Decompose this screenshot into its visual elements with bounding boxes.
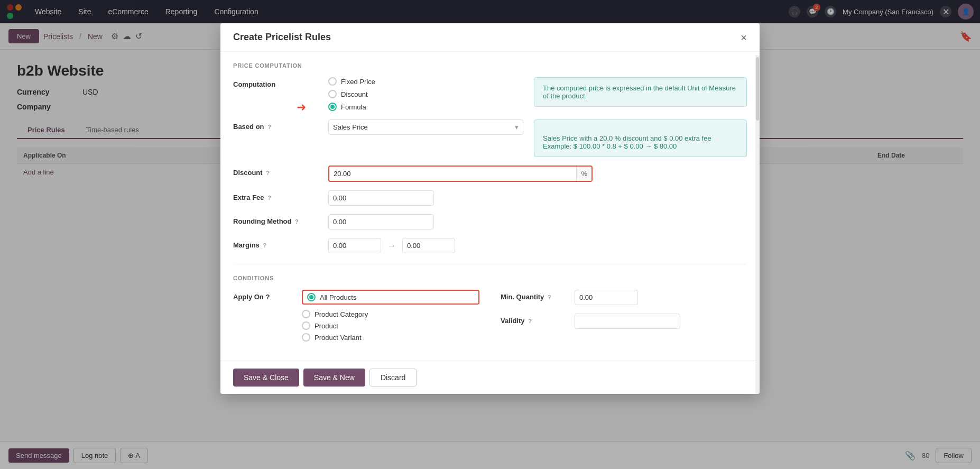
computation-radio-group: Fixed Price Discount ➜ Formula — [328, 77, 523, 111]
discard-button[interactable]: Discard — [369, 369, 417, 387]
discount-suffix: % — [576, 167, 591, 181]
computation-label: Computation — [233, 77, 328, 88]
radio-product-variant-btn[interactable] — [302, 333, 310, 342]
margins-inputs: → — [328, 238, 593, 253]
scroll-track[interactable] — [755, 55, 760, 394]
radio-formula[interactable]: ➜ Formula — [328, 103, 523, 111]
radio-fixed-price-label: Fixed Price — [341, 78, 375, 86]
apply-on-row: Apply On ? All Products — [233, 290, 479, 342]
rounding-input[interactable] — [328, 214, 434, 229]
radio-fixed-price[interactable]: Fixed Price — [328, 77, 523, 86]
modal-footer: Save & Close Save & New Discard — [220, 361, 760, 394]
modal-header: Create Pricelist Rules × — [220, 23, 760, 52]
section-divider — [233, 264, 747, 264]
margins-fields: → — [328, 238, 593, 253]
based-on-label: Based on ? — [233, 119, 328, 131]
rounding-help[interactable]: ? — [295, 218, 299, 225]
validity-label: Validity ? — [501, 314, 575, 325]
margins-label: Margins ? — [233, 238, 328, 249]
margins-row: Margins ? → — [233, 238, 747, 253]
based-on-value: Sales Price — [333, 123, 368, 131]
discount-label: Discount ? — [233, 165, 328, 177]
based-on-row: Based on ? Sales Price ▾ Sales Price wit… — [233, 119, 747, 157]
discount-field-wrapper: % — [328, 165, 593, 182]
extra-fee-input[interactable] — [328, 190, 434, 206]
radio-product-btn[interactable] — [302, 321, 310, 330]
radio-product-label: Product — [315, 322, 338, 330]
min-quantity-input[interactable] — [575, 290, 638, 305]
scroll-thumb[interactable] — [756, 57, 759, 121]
radio-discount-label: Discount — [341, 90, 368, 98]
validity-help[interactable]: ? — [528, 318, 532, 324]
extra-fee-help[interactable]: ? — [267, 195, 271, 201]
radio-discount[interactable]: Discount — [328, 90, 523, 98]
modal-title: Create Pricelist Rules — [233, 32, 331, 43]
rounding-label: Rounding Method ? — [233, 214, 328, 225]
radio-discount-btn[interactable] — [328, 90, 337, 98]
computation-info-box: The computed price is expressed in the d… — [534, 77, 747, 107]
computation-row: Computation Fixed Price Discount — [233, 77, 747, 111]
computation-options: Fixed Price Discount ➜ Formula — [328, 77, 523, 111]
discount-row: Discount ? % — [233, 165, 747, 182]
apply-on-highlighted-box: All Products — [302, 290, 479, 305]
computation-info-text: The computed price is expressed in the d… — [543, 84, 736, 100]
discount-help[interactable]: ? — [266, 170, 270, 176]
margins-help[interactable]: ? — [263, 242, 266, 249]
validity-input[interactable] — [575, 314, 680, 329]
conditions-left: Apply On ? All Products — [233, 290, 479, 350]
apply-on-help[interactable]: ? — [265, 293, 270, 301]
rounding-field — [328, 214, 593, 229]
radio-formula-label: Formula — [341, 103, 366, 111]
margins-min-input[interactable] — [328, 238, 381, 253]
extra-fee-label: Extra Fee ? — [233, 190, 328, 201]
based-on-info-box: Sales Price with a 20.0 % discount and $… — [534, 119, 747, 157]
radio-all-products-btn[interactable] — [307, 293, 316, 301]
conditions-columns: Apply On ? All Products — [233, 290, 747, 350]
save-new-button[interactable]: Save & New — [303, 369, 365, 387]
min-quantity-field — [575, 290, 747, 305]
arrow-separator: → — [387, 241, 396, 251]
min-quantity-label: Min. Quantity ? — [501, 290, 575, 301]
radio-product-variant-label: Product Variant — [315, 334, 362, 342]
based-on-select-wrapper: Sales Price ▾ — [328, 119, 523, 135]
radio-product-category[interactable]: Product Category — [302, 307, 479, 318]
radio-product-category-label: Product Category — [315, 310, 368, 318]
based-on-help[interactable]: ? — [267, 124, 271, 130]
rounding-row: Rounding Method ? — [233, 214, 747, 229]
based-on-select[interactable]: Sales Price ▾ — [328, 119, 523, 135]
price-computation-section: PRICE COMPUTATION — [233, 62, 747, 69]
modal: Create Pricelist Rules × PRICE COMPUTATI… — [220, 23, 760, 394]
radio-fixed-price-btn[interactable] — [328, 77, 337, 86]
radio-all-products-label: All Products — [320, 293, 356, 301]
extra-fee-row: Extra Fee ? — [233, 190, 747, 206]
modal-close-button[interactable]: × — [741, 32, 747, 43]
extra-fee-field — [328, 190, 593, 206]
margins-max-input[interactable] — [402, 238, 455, 253]
conditions-right: Min. Quantity ? Validity ? — [479, 290, 747, 350]
radio-product[interactable]: Product — [302, 318, 479, 330]
validity-field — [575, 314, 747, 329]
radio-formula-btn[interactable] — [328, 103, 337, 111]
min-quantity-help[interactable]: ? — [548, 294, 551, 300]
radio-all-products[interactable]: All Products — [307, 293, 474, 301]
discount-input[interactable] — [329, 167, 576, 181]
conditions-section: CONDITIONS — [233, 275, 747, 281]
based-on-info-text: Sales Price with a 20.0 % discount and $… — [543, 134, 711, 150]
chevron-down-icon: ▾ — [515, 123, 519, 131]
min-quantity-row: Min. Quantity ? — [501, 290, 747, 305]
radio-product-variant[interactable]: Product Variant — [302, 330, 479, 342]
modal-body: PRICE COMPUTATION Computation Fixed Pric… — [220, 52, 760, 361]
radio-product-category-btn[interactable] — [302, 310, 310, 318]
discount-field-highlighted: % — [328, 165, 593, 182]
modal-overlay: Create Pricelist Rules × PRICE COMPUTATI… — [0, 0, 980, 469]
save-close-button[interactable]: Save & Close — [233, 369, 299, 387]
apply-on-label: Apply On ? — [233, 290, 302, 301]
validity-row: Validity ? — [501, 314, 747, 329]
apply-on-options: All Products Product Category Product — [302, 290, 479, 342]
